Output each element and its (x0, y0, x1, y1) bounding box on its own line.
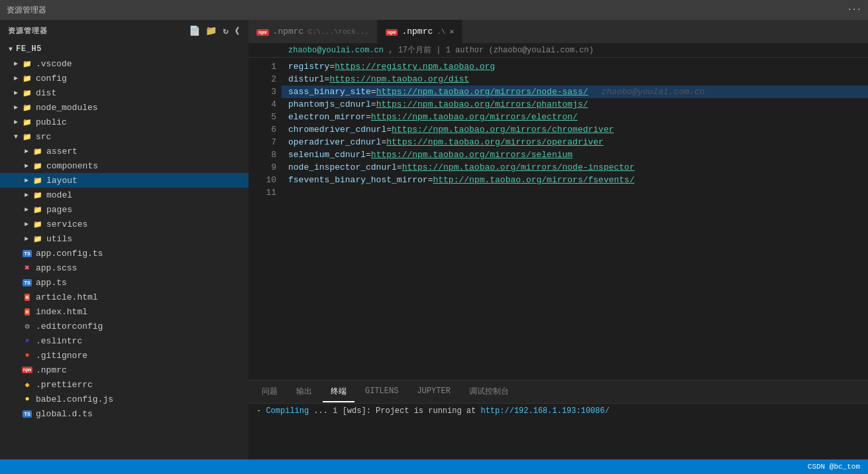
editor-area: npm .npmrc C:\...\rock... npm .npmrc .\ … (248, 20, 868, 459)
code-line-8: selenium_cdnurl=https://npm.taobao.org/m… (282, 148, 868, 161)
code-line-9: node_inspector_cdnurl=https://npm.taobao… (282, 161, 868, 174)
arrow-assert: ► (21, 148, 32, 155)
icon-eslintrc: ● (21, 335, 33, 347)
line-numbers: 1 2 3 4 5 6 7 8 9 10 11 (248, 58, 282, 380)
sidebar-item-app-ts[interactable]: TS app.ts (0, 275, 248, 290)
arrow-utils: ► (21, 235, 32, 243)
sidebar-item-services[interactable]: ► 📁 services (0, 217, 248, 231)
sidebar-item-config[interactable]: ► 📁 config (0, 71, 248, 86)
icon-app-scss: ✖ (21, 262, 33, 274)
label-components: components (46, 161, 98, 171)
tab-icon-1: npm (256, 27, 269, 36)
sidebar-item-app-scss[interactable]: ✖ app.scss (0, 261, 248, 275)
inline-annotation-3: zhaobo@youlai.com.cn (602, 86, 705, 98)
arrow-src: ▼ (11, 133, 21, 141)
arrow-pages: ► (21, 206, 32, 213)
code-line-4: phantomjs_cdnurl=https://npm.taobao.org/… (282, 98, 868, 111)
icon-prettierrc: ◆ (21, 379, 33, 390)
folder-icon-config: 📁 (21, 72, 33, 84)
bottom-tabs: 问题 输出 终端 GITLENS JUPYTER 调试控制台 (248, 381, 868, 404)
code-line-3: sass_binary_site=https://npm.taobao.org/… (282, 86, 868, 98)
sidebar-item-app-config[interactable]: TS app.config.ts (0, 246, 248, 261)
project-url[interactable]: http://192.168.1.193:10086/ (480, 406, 609, 416)
icon-article-html: H (21, 291, 33, 303)
folder-icon-vscode: 📁 (21, 58, 33, 70)
label-public: public (36, 117, 67, 127)
tab-path-2: .\ (437, 28, 445, 36)
tab-npmrc-1[interactable]: npm .npmrc C:\...\rock... (248, 20, 378, 43)
label-assert: assert (46, 147, 78, 156)
titlebar-dots[interactable]: ··· (847, 5, 861, 15)
sidebar-item-prettierrc[interactable]: ◆ .prettierrc (0, 377, 248, 392)
sidebar-item-index-html[interactable]: H index.html (0, 304, 248, 319)
sidebar-item-npmrc[interactable]: npm .npmrc (0, 363, 248, 377)
code-line-6: chromedriver_cdnurl=https://npm.taobao.o… (282, 123, 868, 136)
sidebar-item-src[interactable]: ▼ 📁 src (0, 129, 248, 144)
tab-jupyter[interactable]: JUPYTER (409, 383, 458, 401)
sidebar-item-article-html[interactable]: H article.html (0, 290, 248, 304)
label-global-d-ts: global.d.ts (36, 409, 93, 419)
tab-debug-console[interactable]: 调试控制台 (461, 382, 517, 402)
folder-icon-services: 📁 (32, 218, 44, 230)
git-separator-1: , (388, 46, 398, 55)
bottom-content: - Compiling ... i [wds]: Project is runn… (248, 404, 868, 459)
sidebar-item-layout[interactable]: ► 📁 layout (0, 173, 248, 188)
tab-npmrc-2[interactable]: npm .npmrc .\ ✕ (378, 20, 462, 43)
sidebar-item-public[interactable]: ► 📁 public (0, 115, 248, 129)
sidebar-item-global-d-ts[interactable]: TS global.d.ts (0, 406, 248, 421)
new-folder-icon[interactable]: 📁 (205, 25, 217, 36)
label-config: config (36, 74, 67, 84)
titlebar-title: 资源管理器 (7, 5, 46, 16)
collapse-icon[interactable]: ❰ (235, 25, 241, 36)
sidebar-item-model[interactable]: ► 📁 model (0, 188, 248, 202)
sidebar-item-assert[interactable]: ► 📁 assert (0, 144, 248, 158)
sidebar-item-vscode[interactable]: ► 📁 .vscode (0, 56, 248, 71)
label-app-scss: app.scss (36, 263, 77, 273)
folder-icon-dist: 📁 (21, 87, 33, 99)
code-line-7: operadriver_cdnurl=https://npm.taobao.or… (282, 136, 868, 148)
new-file-icon[interactable]: 📄 (189, 25, 201, 36)
sidebar-header: 资源管理器 📄 📁 ↻ ❰ (0, 20, 248, 42)
sidebar-item-dist[interactable]: ► 📁 dist (0, 86, 248, 100)
sidebar-item-pages[interactable]: ► 📁 pages (0, 202, 248, 217)
label-article-html: article.html (36, 292, 98, 302)
sidebar-header-title: 资源管理器 (8, 26, 47, 36)
sidebar-item-eslintrc[interactable]: ● .eslintrc (0, 333, 248, 348)
sidebar-item-utils[interactable]: ► 📁 utils (0, 231, 248, 246)
statusbar: CSDN @bc_tom (0, 459, 868, 474)
sidebar-item-components[interactable]: ► 📁 components (0, 158, 248, 173)
label-index-html: index.html (36, 307, 87, 317)
arrow-config: ► (11, 75, 21, 82)
root-arrow: ▼ (5, 46, 16, 53)
icon-index-html: H (21, 306, 33, 318)
git-authors-count: 1 author (zhaobo@youlai.com.cn) (446, 46, 594, 55)
label-utils: utils (46, 234, 72, 244)
sidebar-item-node-modules[interactable]: ► 📁 node_modules (0, 100, 248, 115)
icon-babel-config: ● (21, 393, 33, 405)
label-dist: dist (36, 88, 56, 98)
bottom-panel: 问题 输出 终端 GITLENS JUPYTER 调试控制台 - Compili… (248, 380, 868, 459)
icon-editorconfig: ⚙ (21, 320, 33, 332)
sidebar-item-babel-config[interactable]: ● babel.config.js (0, 392, 248, 406)
arrow-public: ► (11, 119, 21, 126)
tab-gitlens[interactable]: GITLENS (357, 383, 406, 401)
code-area[interactable]: registry=https://registry.npm.taobao.org… (282, 58, 868, 380)
tab-output[interactable]: 输出 (288, 382, 320, 402)
tab-problems[interactable]: 问题 (254, 382, 286, 402)
sidebar-item-gitignore[interactable]: ● .gitignore (0, 348, 248, 363)
tree-root[interactable]: ▼ FE_H5 (0, 42, 248, 56)
tab-close-2[interactable]: ✕ (449, 27, 454, 36)
terminal-line: - Compiling ... i [wds]: Project is runn… (256, 406, 860, 416)
sidebar: 资源管理器 📄 📁 ↻ ❰ ▼ FE_H5 ► 📁 .vscode ► 📁 co… (0, 20, 248, 459)
label-layout: layout (46, 176, 78, 186)
folder-icon-utils: 📁 (32, 233, 44, 245)
arrow-components: ► (21, 162, 32, 170)
label-pages: pages (46, 205, 72, 215)
refresh-icon[interactable]: ↻ (223, 25, 229, 36)
sidebar-item-editorconfig[interactable]: ⚙ .editorconfig (0, 319, 248, 333)
git-author: zhaobo@youlai.com.cn (288, 46, 384, 55)
code-line-10: fsevents_binary_host_mirror=http://npm.t… (282, 174, 868, 186)
titlebar: 资源管理器 ··· (0, 0, 868, 20)
arrow-vscode: ► (11, 60, 21, 68)
tab-terminal[interactable]: 终端 (323, 382, 354, 402)
